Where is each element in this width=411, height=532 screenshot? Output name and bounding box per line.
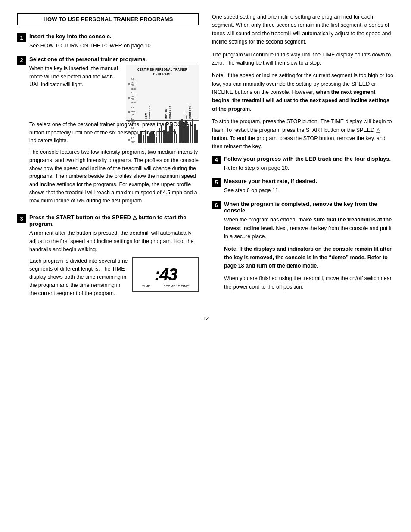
step-6-number: 6 [212,201,221,209]
step-2-title: Select one of the personal trainer progr… [29,56,199,62]
bar-h2 [181,119,183,143]
step-1-content: Insert the key into the console. See HOW… [29,33,199,50]
time-display-value: :43 [155,266,177,283]
console-labels: 4.5 mph5% peak 4.0 mph3% peak [128,78,136,143]
two-column-layout: HOW TO USE PERSONAL TRAINER PROGRAMS 1 I… [17,13,394,307]
dot-5 [128,131,130,133]
step-2-content: Select one of the personal trainer progr… [29,56,199,208]
step-4-title: Follow your progress with the LED track … [224,156,394,162]
bar-l4 [145,130,146,143]
step-3-p1: A moment after the button is pressed, th… [29,229,199,253]
step-5-title: Measure your heart rate, if desired. [224,178,394,184]
right-column: One speed setting and one incline settin… [212,13,394,307]
dot-3 [128,111,130,113]
step-6-title: When the program is completed, remove th… [224,201,394,214]
bar-m7 [171,124,173,143]
step-3-p2: Each program is divided into several tim… [29,257,128,298]
right-p1: One speed setting and one incline settin… [212,13,394,47]
bar-h8 [194,124,196,143]
step-6: 6 When the program is completed, remove … [212,201,394,296]
bar-h7 [192,119,193,143]
step-2: 2 Select one of the personal trainer pro… [17,56,199,208]
step-5-body: See step 6 on page 11. [224,187,394,195]
bar-m1 [159,128,160,143]
label-row-6: 1.5 mph [128,137,136,143]
step-6-body: When the program has ended, make sure th… [224,216,394,291]
step-3-text: Each program is divided into several tim… [29,257,128,301]
label-row-3: 3.5 mph0% [128,107,136,117]
step-4: 4 Follow your progress with the LED trac… [212,156,394,172]
bar-m9 [176,134,177,143]
high-bars [179,119,198,143]
left-column: HOW TO USE PERSONAL TRAINER PROGRAMS 1 I… [17,13,199,307]
bar-l5 [147,136,149,143]
bar-l2 [140,132,142,143]
section-header: HOW TO USE PERSONAL TRAINER PROGRAMS [17,13,199,25]
step-1: 1 Insert the key into the console. See H… [17,33,199,50]
step-6-p1-text: When the program has ended, [224,217,297,223]
label-row-1: 4.5 mph5% peak [128,78,136,90]
step-4-content: Follow your progress with the LED track … [224,156,394,172]
console-image-title: CERTIFIED PERSONAL TRAINER PROGRAMS [128,68,197,76]
low-bars [138,119,157,143]
time-label: TIME [142,284,150,289]
label-2: 4.0 mph3% peak [131,91,136,104]
step-4-body: Refer to step 5 on page 10. [224,164,394,172]
time-display-labels: TIME SEGMENT TIME [133,284,198,289]
label-4: 3.0 mph [131,118,136,124]
bar-m2 [161,125,162,143]
step-2-text: When the key is inserted, the manual mod… [29,65,121,92]
bar-h3 [183,123,185,143]
label-1: 4.5 mph5% peak [131,78,136,90]
step-5-content: Measure your heart rate, if desired. See… [224,178,394,195]
step-2-number: 2 [17,56,26,65]
step-1-title: Insert the key into the console. [29,33,199,40]
low-intensity-label: LOWINTENSITY [145,106,151,119]
step-2-p3: The console features two low intensity p… [29,148,199,205]
bar-l8 [153,134,155,143]
bar-l1 [138,134,140,143]
bar-l7 [151,131,153,143]
step-1-number: 1 [17,33,26,42]
step-1-body: See HOW TO TURN ON THE POWER on page 10. [29,42,199,50]
step-3-content: Press the START button or the SPEED △ bu… [29,214,199,301]
bar-m5 [167,132,169,143]
label-3: 3.5 mph0% [131,107,136,117]
step-5-number: 5 [212,178,221,187]
label-6: 1.5 mph [131,137,136,143]
bar-h5 [187,126,189,143]
step-6-p3: When you are finished using the treadmil… [224,274,394,291]
label-row-2: 4.0 mph3% peak [128,91,136,104]
right-p2: The program will continue in this way un… [212,51,394,68]
bar-l6 [149,133,151,143]
dot-6 [128,139,130,141]
console-image: CERTIFIED PERSONAL TRAINER PROGRAMS 4.5 … [126,65,199,121]
bar-h4 [185,120,187,143]
bar-h9 [196,130,198,143]
low-intensity-group: LOWINTENSITY [138,106,157,143]
label-row-5: 2.0 mph2.5% [128,127,136,137]
bar-h6 [190,122,191,143]
bar-m4 [165,123,167,143]
dot-1 [128,83,130,85]
medium-bars [159,119,177,143]
right-p3: Note: If the speed or incline setting fo… [212,72,394,113]
page-container: HOW TO USE PERSONAL TRAINER PROGRAMS 1 I… [17,13,394,322]
bar-m8 [174,129,175,143]
step-3: 3 Press the START button or the SPEED △ … [17,214,199,301]
step-5: 5 Measure your heart rate, if desired. S… [212,178,394,195]
step-3-number: 3 [17,214,26,223]
step-6-content: When the program is completed, remove th… [224,201,394,296]
step-6-p2: Note: If the displays and indicators on … [224,245,394,270]
step-2-p1: When the key is inserted, the manual mod… [29,65,121,89]
bar-m3 [163,130,165,143]
right-p4: To stop the program, press the STOP butt… [212,118,394,151]
high-intensity-group: HIGHINTENSITY [179,106,198,143]
label-row-4: 3.0 mph [128,118,136,124]
time-display: :43 TIME SEGMENT TIME [132,257,199,292]
step-3-inner: Each program is divided into several tim… [29,257,199,301]
dot-4 [128,120,130,122]
step-6-p2-bold: Note: If the displays and indicators on … [224,246,392,269]
dot-2 [128,97,130,99]
bar-l9 [156,137,157,143]
